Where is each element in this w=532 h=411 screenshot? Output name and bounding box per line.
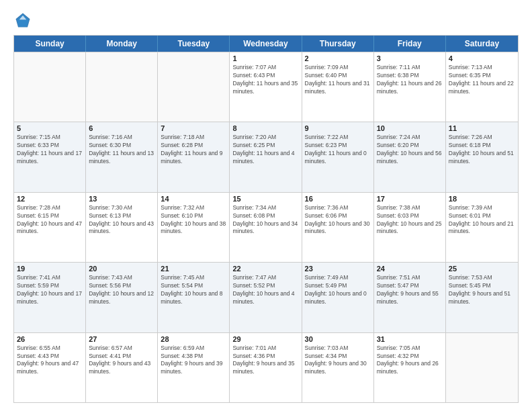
cell-info: Sunrise: 7:36 AM Sunset: 6:06 PM Dayligh… [305, 204, 371, 236]
cell-info: Sunrise: 7:47 AM Sunset: 5:52 PM Dayligh… [232, 274, 298, 306]
cell-info: Sunrise: 7:24 AM Sunset: 6:20 PM Dayligh… [377, 134, 443, 166]
calendar-cell-3-2: 13Sunrise: 7:30 AM Sunset: 6:13 PM Dayli… [86, 193, 158, 262]
cell-info: Sunrise: 7:18 AM Sunset: 6:28 PM Dayligh… [161, 134, 226, 166]
calendar-cell-4-7: 25Sunrise: 7:53 AM Sunset: 5:45 PM Dayli… [446, 263, 518, 332]
cell-date: 28 [161, 335, 226, 343]
calendar-cell-4-4: 22Sunrise: 7:47 AM Sunset: 5:52 PM Dayli… [230, 263, 302, 332]
cell-date: 20 [89, 265, 154, 273]
calendar-body: 1Sunrise: 7:07 AM Sunset: 6:43 PM Daylig… [14, 52, 518, 402]
calendar-cell-1-1 [14, 52, 86, 122]
cell-date: 9 [305, 124, 371, 132]
cell-date: 27 [89, 335, 154, 343]
cell-date: 19 [17, 265, 83, 273]
cell-date: 25 [449, 265, 515, 273]
cell-info: Sunrise: 7:45 AM Sunset: 5:54 PM Dayligh… [161, 274, 226, 306]
calendar-cell-5-1: 26Sunrise: 6:55 AM Sunset: 4:43 PM Dayli… [14, 333, 86, 402]
calendar-cell-5-7 [446, 333, 518, 402]
calendar-week-3: 12Sunrise: 7:28 AM Sunset: 6:15 PM Dayli… [14, 192, 518, 262]
cell-info: Sunrise: 7:51 AM Sunset: 5:47 PM Dayligh… [377, 274, 443, 306]
calendar-cell-5-3: 28Sunrise: 6:59 AM Sunset: 4:38 PM Dayli… [158, 333, 230, 402]
header-day-friday: Friday [374, 36, 446, 52]
calendar-cell-2-4: 8Sunrise: 7:20 AM Sunset: 6:25 PM Daylig… [230, 122, 302, 191]
page: SundayMondayTuesdayWednesdayThursdayFrid… [0, 0, 532, 411]
calendar-cell-1-7: 4Sunrise: 7:13 AM Sunset: 6:35 PM Daylig… [446, 52, 518, 122]
cell-date: 5 [17, 124, 83, 132]
calendar-cell-2-6: 10Sunrise: 7:24 AM Sunset: 6:20 PM Dayli… [374, 122, 446, 191]
calendar-cell-1-6: 3Sunrise: 7:11 AM Sunset: 6:38 PM Daylig… [374, 52, 446, 122]
cell-date: 29 [232, 335, 298, 343]
cell-info: Sunrise: 6:59 AM Sunset: 4:38 PM Dayligh… [161, 345, 226, 377]
header-day-wednesday: Wednesday [230, 36, 302, 52]
calendar-cell-3-1: 12Sunrise: 7:28 AM Sunset: 6:15 PM Dayli… [14, 193, 86, 262]
cell-info: Sunrise: 7:05 AM Sunset: 4:32 PM Dayligh… [377, 345, 443, 377]
cell-info: Sunrise: 6:57 AM Sunset: 4:41 PM Dayligh… [89, 345, 154, 377]
cell-date: 31 [377, 335, 443, 343]
header-day-saturday: Saturday [446, 36, 518, 52]
cell-info: Sunrise: 7:22 AM Sunset: 6:23 PM Dayligh… [305, 134, 371, 166]
calendar-cell-2-3: 7Sunrise: 7:18 AM Sunset: 6:28 PM Daylig… [158, 122, 230, 191]
cell-info: Sunrise: 7:26 AM Sunset: 6:18 PM Dayligh… [449, 134, 515, 166]
cell-date: 4 [449, 54, 515, 62]
cell-date: 16 [305, 195, 371, 203]
calendar-cell-2-5: 9Sunrise: 7:22 AM Sunset: 6:23 PM Daylig… [302, 122, 374, 191]
cell-info: Sunrise: 6:55 AM Sunset: 4:43 PM Dayligh… [17, 345, 83, 377]
cell-date: 7 [161, 124, 226, 132]
cell-info: Sunrise: 7:49 AM Sunset: 5:49 PM Dayligh… [305, 274, 371, 306]
cell-info: Sunrise: 7:20 AM Sunset: 6:25 PM Dayligh… [232, 134, 298, 166]
header [13, 11, 519, 30]
cell-date: 23 [305, 265, 371, 273]
cell-info: Sunrise: 7:01 AM Sunset: 4:36 PM Dayligh… [232, 345, 298, 377]
calendar-cell-4-5: 23Sunrise: 7:49 AM Sunset: 5:49 PM Dayli… [302, 263, 374, 332]
calendar-cell-4-3: 21Sunrise: 7:45 AM Sunset: 5:54 PM Dayli… [158, 263, 230, 332]
cell-info: Sunrise: 7:09 AM Sunset: 6:40 PM Dayligh… [305, 64, 371, 96]
header-day-monday: Monday [86, 36, 158, 52]
cell-info: Sunrise: 7:53 AM Sunset: 5:45 PM Dayligh… [449, 274, 515, 306]
calendar-week-5: 26Sunrise: 6:55 AM Sunset: 4:43 PM Dayli… [14, 332, 518, 402]
cell-info: Sunrise: 7:32 AM Sunset: 6:10 PM Dayligh… [161, 204, 226, 236]
cell-date: 10 [377, 124, 443, 132]
calendar-cell-2-1: 5Sunrise: 7:15 AM Sunset: 6:33 PM Daylig… [14, 122, 86, 191]
cell-date: 2 [305, 54, 371, 62]
calendar-cell-5-2: 27Sunrise: 6:57 AM Sunset: 4:41 PM Dayli… [86, 333, 158, 402]
cell-date: 18 [449, 195, 515, 203]
cell-info: Sunrise: 7:13 AM Sunset: 6:35 PM Dayligh… [449, 64, 515, 96]
calendar-cell-5-6: 31Sunrise: 7:05 AM Sunset: 4:32 PM Dayli… [374, 333, 446, 402]
cell-date: 6 [89, 124, 154, 132]
cell-info: Sunrise: 7:07 AM Sunset: 6:43 PM Dayligh… [232, 64, 298, 96]
calendar-week-4: 19Sunrise: 7:41 AM Sunset: 5:59 PM Dayli… [14, 262, 518, 332]
cell-date: 14 [161, 195, 226, 203]
calendar-cell-3-4: 15Sunrise: 7:34 AM Sunset: 6:08 PM Dayli… [230, 193, 302, 262]
cell-info: Sunrise: 7:15 AM Sunset: 6:33 PM Dayligh… [17, 134, 83, 166]
header-day-tuesday: Tuesday [158, 36, 230, 52]
header-day-thursday: Thursday [302, 36, 374, 52]
header-day-sunday: Sunday [14, 36, 86, 52]
calendar-week-2: 5Sunrise: 7:15 AM Sunset: 6:33 PM Daylig… [14, 122, 518, 191]
cell-date: 15 [232, 195, 298, 203]
logo [13, 11, 35, 30]
cell-info: Sunrise: 7:30 AM Sunset: 6:13 PM Dayligh… [89, 204, 154, 236]
cell-info: Sunrise: 7:34 AM Sunset: 6:08 PM Dayligh… [232, 204, 298, 236]
calendar-week-1: 1Sunrise: 7:07 AM Sunset: 6:43 PM Daylig… [14, 52, 518, 122]
cell-date: 1 [232, 54, 298, 62]
cell-info: Sunrise: 7:03 AM Sunset: 4:34 PM Dayligh… [305, 345, 371, 377]
cell-info: Sunrise: 7:28 AM Sunset: 6:15 PM Dayligh… [17, 204, 83, 236]
calendar-cell-1-3 [158, 52, 230, 122]
calendar-cell-5-4: 29Sunrise: 7:01 AM Sunset: 4:36 PM Dayli… [230, 333, 302, 402]
cell-date: 30 [305, 335, 371, 343]
calendar-cell-1-4: 1Sunrise: 7:07 AM Sunset: 6:43 PM Daylig… [230, 52, 302, 122]
cell-info: Sunrise: 7:16 AM Sunset: 6:30 PM Dayligh… [89, 134, 154, 166]
cell-date: 24 [377, 265, 443, 273]
calendar: SundayMondayTuesdayWednesdayThursdayFrid… [13, 35, 519, 403]
cell-date: 22 [232, 265, 298, 273]
calendar-cell-5-5: 30Sunrise: 7:03 AM Sunset: 4:34 PM Dayli… [302, 333, 374, 402]
calendar-cell-1-5: 2Sunrise: 7:09 AM Sunset: 6:40 PM Daylig… [302, 52, 374, 122]
calendar-cell-2-2: 6Sunrise: 7:16 AM Sunset: 6:30 PM Daylig… [86, 122, 158, 191]
calendar-cell-3-6: 17Sunrise: 7:38 AM Sunset: 6:03 PM Dayli… [374, 193, 446, 262]
cell-date: 13 [89, 195, 154, 203]
calendar-cell-4-6: 24Sunrise: 7:51 AM Sunset: 5:47 PM Dayli… [374, 263, 446, 332]
cell-date: 8 [232, 124, 298, 132]
cell-date: 11 [449, 124, 515, 132]
calendar-cell-3-5: 16Sunrise: 7:36 AM Sunset: 6:06 PM Dayli… [302, 193, 374, 262]
cell-info: Sunrise: 7:41 AM Sunset: 5:59 PM Dayligh… [17, 274, 83, 306]
calendar-header: SundayMondayTuesdayWednesdayThursdayFrid… [14, 36, 518, 52]
